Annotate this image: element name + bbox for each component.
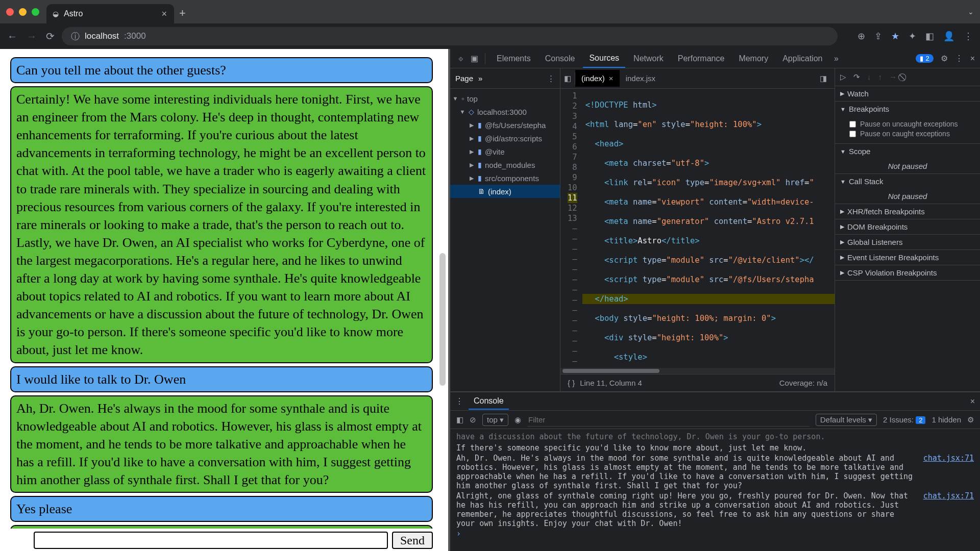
chat-message-user: Yes please [10,496,433,522]
close-tab-button[interactable]: × [161,9,167,19]
device-toolbar-icon[interactable]: ▣ [469,54,480,63]
site-info-icon[interactable]: ⓘ [71,31,80,42]
devtools-tab-strip: ⟐ ▣ Elements Console Sources Network Per… [450,49,980,68]
console-sidebar-icon[interactable]: ◧ [456,415,463,424]
console-settings-icon[interactable]: ⚙ [967,415,974,424]
close-devtools-icon[interactable]: × [970,54,975,63]
pause-button[interactable]: ▷ [840,72,846,82]
file-tab-index[interactable]: (index)× [575,70,620,87]
section-watch[interactable]: ▶Watch [835,86,980,101]
toggle-navigator-icon[interactable]: ◧ [560,74,575,83]
editor-horizontal-scrollbar[interactable] [560,368,835,374]
navigator-more-icon[interactable]: ⋮ [547,74,555,83]
tree-folder[interactable]: ▶▮@fs/Users/stepha [450,118,560,132]
forward-button[interactable]: → [27,31,37,42]
callstack-empty: Not paused [835,189,980,204]
console-line: Alright, one glass of synthale coming ri… [456,491,916,528]
console-line: If there's someone specific you'd like t… [456,443,974,453]
tree-top[interactable]: ▼▫top [450,92,560,105]
close-drawer-icon[interactable]: × [970,397,975,406]
tree-folder[interactable]: ▶▮node_modules [450,158,560,171]
url-input[interactable]: ⓘ localhost:3000 [62,27,838,45]
menu-icon[interactable]: ⋮ [964,31,973,42]
chat-message-ai: Certainly! We have some interesting indi… [10,86,433,363]
code-editor[interactable]: 12345678910 111213––––––– ––––––––––– <!… [560,89,835,368]
console-source-link[interactable]: chat.jsx:71 [923,491,974,500]
section-csp-breakpoints[interactable]: ▶CSP Violation Breakpoints [835,265,980,280]
tab-sources[interactable]: Sources [583,49,625,68]
back-button[interactable]: ← [7,31,17,42]
more-icon[interactable]: ⋮ [955,54,963,63]
tab-elements[interactable]: Elements [491,50,537,67]
page-scrollbar[interactable] [439,80,446,520]
clear-console-icon[interactable]: ⊘ [470,415,476,424]
section-scope[interactable]: ▼Scope [835,144,980,159]
tab-console[interactable]: Console [539,50,581,67]
tree-file-selected[interactable]: 🗎(index) [450,185,560,198]
search-icon[interactable]: ⊕ [857,31,865,42]
debugger-controls: ▷ ↷ ↓ ↑ → ⃠ [835,68,980,86]
browser-chrome: ◒ Astro × + ⌄ ← → ⟳ ⓘ localhost:3000 ⊕ ⇪… [0,0,980,49]
navigator-page-tab[interactable]: Page [455,74,473,83]
tree-origin[interactable]: ▼◇localhost:3000 [450,105,560,118]
inspect-icon[interactable]: ⟐ [455,54,467,63]
reload-button[interactable]: ⟳ [46,30,55,42]
tab-application[interactable]: Application [776,50,828,67]
tab-network[interactable]: Network [627,50,670,67]
step-out-button[interactable]: ↑ [878,72,883,82]
file-tab-indexjsx[interactable]: index.jsx [620,70,662,87]
tab-performance[interactable]: Performance [672,50,731,67]
side-panel-icon[interactable]: ◧ [925,31,934,42]
chat-input[interactable] [34,532,388,549]
section-call-stack[interactable]: ▼Call Stack [835,174,980,189]
section-dom-breakpoints[interactable]: ▶DOM Breakpoints [835,219,980,234]
chat-input-row: Send [0,529,448,551]
live-expression-icon[interactable]: ◉ [514,415,521,424]
step-button[interactable]: → [889,72,897,82]
log-levels-selector[interactable]: Default levels ▾ [816,414,877,426]
checkbox-pause-caught[interactable]: Pause on caught exceptions [849,130,975,138]
section-global-listeners[interactable]: ▶Global Listeners [835,235,980,249]
toggle-debugger-icon[interactable]: ◨ [816,74,830,83]
section-event-listener-breakpoints[interactable]: ▶Event Listener Breakpoints [835,250,980,265]
issues-label[interactable]: 2 Issues: 2 [883,415,925,424]
console-prompt-icon: › [456,529,461,538]
tree-folder[interactable]: ▶▮@vite [450,145,560,158]
drawer-tab-console[interactable]: Console [469,393,509,410]
section-breakpoints[interactable]: ▼Breakpoints [835,102,980,116]
sources-panel: Page » ⋮ ▼▫top ▼◇localhost:3000 ▶▮@fs/Us… [450,68,980,392]
close-file-tab-icon[interactable]: × [609,74,614,83]
tab-memory[interactable]: Memory [732,50,774,67]
profile-icon[interactable]: 👤 [943,31,954,42]
tree-folder[interactable]: ▶▮src/components [450,171,560,185]
navigator-overflow-icon[interactable]: » [478,74,482,83]
extensions-icon[interactable]: ✦ [909,31,916,42]
chat-message-ai: Ah, Dr. Owen. He's always in the mood fo… [10,395,433,493]
file-tree: ▼▫top ▼◇localhost:3000 ▶▮@fs/Users/steph… [450,89,560,201]
browser-tab[interactable]: ◒ Astro × [46,4,174,23]
tab-strip: ◒ Astro × + ⌄ [0,0,980,23]
bookmark-icon[interactable]: ★ [891,31,899,42]
more-tabs-icon[interactable]: » [830,54,842,63]
console-filter-input[interactable] [527,413,810,427]
line-gutter: 12345678910 111213––––––– ––––––––––– [560,89,582,368]
tabs-overflow-button[interactable]: ⌄ [968,8,974,16]
console-context-selector[interactable]: top ▾ [482,414,508,426]
send-button[interactable]: Send [392,532,433,549]
share-icon[interactable]: ⇪ [874,31,882,42]
drawer-menu-icon[interactable]: ⋮ [455,396,463,406]
fullscreen-window-button[interactable] [32,8,39,16]
url-path: :3000 [124,31,146,41]
checkbox-pause-uncaught[interactable]: Pause on uncaught exceptions [849,120,975,128]
minimize-window-button[interactable] [19,8,27,16]
section-xhr-breakpoints[interactable]: ▶XHR/fetch Breakpoints [835,204,980,219]
step-over-button[interactable]: ↷ [853,72,860,82]
console-source-link[interactable]: chat.jsx:71 [923,454,974,463]
issues-badge[interactable]: ▮ 2 [916,54,933,63]
step-into-button[interactable]: ↓ [867,72,871,82]
new-tab-button[interactable]: + [179,7,186,20]
page-viewport: Can you tell me about the other guests? … [0,49,450,551]
settings-icon[interactable]: ⚙ [941,54,948,63]
tree-folder[interactable]: ▶▮@id/astro:scripts [450,132,560,145]
close-window-button[interactable] [6,8,14,16]
